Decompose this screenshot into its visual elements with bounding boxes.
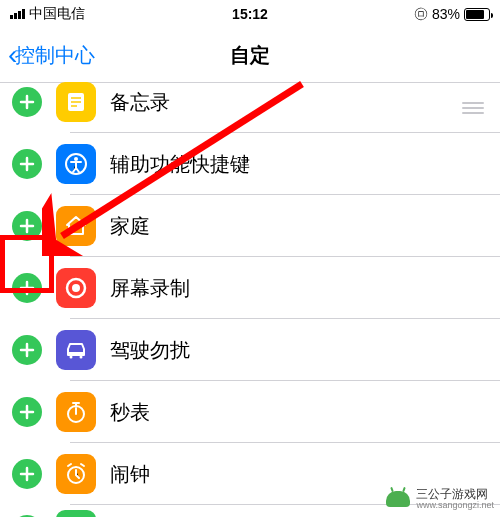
item-label: 屏幕录制 [110,275,488,302]
add-button[interactable] [12,273,42,303]
carrier-label: 中国电信 [29,5,85,23]
navigation-bar: ‹ 控制中心 自定 [0,28,500,83]
add-button[interactable] [12,397,42,427]
svg-rect-8 [67,352,85,356]
list-item: 家庭 [0,195,500,257]
item-label: 闹钟 [110,461,488,488]
list-item: 秒表 [0,381,500,443]
signal-icon [10,9,25,19]
watermark: 三公子游戏网 www.sangongzi.net [386,488,494,511]
watermark-url: www.sangongzi.net [416,501,494,511]
list-item: 驾驶勿扰 [0,319,500,381]
item-label: 辅助功能快捷键 [110,151,488,178]
page-title: 自定 [230,42,270,69]
svg-point-10 [80,356,83,359]
record-icon [56,268,96,308]
add-button[interactable] [12,335,42,365]
drag-handle-icon[interactable] [462,102,488,114]
svg-point-7 [72,284,80,292]
controls-list: 备忘录 辅助功能快捷键 家庭 屏幕录制 [0,83,500,517]
item-label: 备忘录 [110,89,462,116]
stopwatch-icon [56,392,96,432]
wallet-icon [56,510,96,517]
home-icon [56,206,96,246]
item-label: 驾驶勿扰 [110,337,488,364]
item-label: 秒表 [110,399,488,426]
rotation-lock-icon: ㋺ [414,5,428,23]
watermark-logo-icon [386,491,410,507]
back-label: 控制中心 [15,42,95,69]
item-label: 家庭 [110,213,488,240]
car-icon [56,330,96,370]
battery-icon [464,8,490,21]
add-button[interactable] [12,87,42,117]
accessibility-icon [56,144,96,184]
add-button[interactable] [12,459,42,489]
back-button[interactable]: ‹ 控制中心 [8,41,95,69]
status-bar: 中国电信 15:12 ㋺ 83% [0,0,500,28]
list-item: 辅助功能快捷键 [0,133,500,195]
list-item: 备忘录 [0,83,500,133]
add-button[interactable] [12,211,42,241]
battery-percent: 83% [432,6,460,22]
clock-label: 15:12 [170,6,330,22]
note-icon [56,82,96,122]
svg-point-5 [74,157,78,161]
svg-point-9 [70,356,73,359]
alarm-icon [56,454,96,494]
list-item: 屏幕录制 [0,257,500,319]
add-button[interactable] [12,149,42,179]
